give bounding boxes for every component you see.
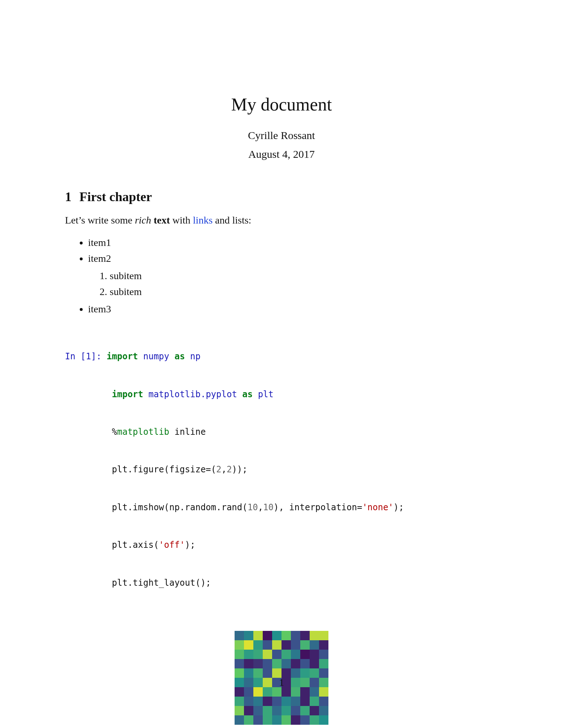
heatmap-cell (244, 687, 253, 697)
heatmap-cell (300, 715, 310, 725)
heatmap-cell (263, 687, 272, 697)
heatmap-cell (272, 659, 282, 668)
heatmap-cell (310, 697, 319, 706)
heatmap-cell (244, 715, 253, 725)
heatmap-cell (235, 706, 244, 715)
heatmap-cell (310, 706, 319, 715)
heatmap-cell (300, 650, 310, 659)
heatmap-cell (300, 687, 310, 697)
heatmap-cell (253, 659, 263, 668)
bullet-list: item1 item2 subitem subitem item3 (88, 235, 498, 317)
heatmap-cell (244, 706, 253, 715)
heatmap-cell (282, 640, 291, 650)
heatmap-cell (291, 640, 300, 650)
text-bold: text (154, 214, 170, 226)
heatmap-cell (319, 687, 328, 697)
heatmap-cell (272, 631, 282, 640)
heatmap-cell (235, 687, 244, 697)
heatmap-cell (291, 697, 300, 706)
heatmap-cell (300, 659, 310, 668)
heatmap-cell (291, 706, 300, 715)
heatmap-cell (253, 650, 263, 659)
intro-paragraph: Let’s write some rich text with links an… (65, 213, 498, 228)
text-link[interactable]: links (193, 214, 213, 226)
heatmap-cell (310, 687, 319, 697)
text-italic: rich (135, 214, 151, 226)
heatmap-cell (282, 697, 291, 706)
heatmap-cell (300, 640, 310, 650)
heatmap-cell (253, 687, 263, 697)
heatmap-cell (282, 706, 291, 715)
heatmap-cell (235, 659, 244, 668)
heatmap-cell (319, 715, 328, 725)
heatmap-cell (272, 715, 282, 725)
heatmap-cell (272, 706, 282, 715)
list-item: item3 (88, 302, 498, 317)
heatmap-cell (291, 659, 300, 668)
heatmap-cell (310, 650, 319, 659)
heatmap-cell (310, 640, 319, 650)
heatmap-cell (244, 659, 253, 668)
heatmap-cell (300, 697, 310, 706)
heatmap-cell (272, 640, 282, 650)
heatmap-cell (319, 631, 328, 640)
heatmap-cell (263, 640, 272, 650)
heatmap-cell (291, 650, 300, 659)
heatmap-cell (300, 706, 310, 715)
list-item: item1 (88, 235, 498, 250)
heatmap-cell (235, 715, 244, 725)
ordered-sublist: subitem subitem (110, 268, 498, 299)
heatmap-cell (319, 659, 328, 668)
document-date: August 4, 2017 (65, 148, 498, 160)
heatmap-cell (291, 715, 300, 725)
heatmap-cell (235, 650, 244, 659)
section-heading: 1First chapter (65, 189, 498, 204)
heatmap-cell (263, 706, 272, 715)
heatmap-cell (253, 715, 263, 725)
heatmap-cell (282, 687, 291, 697)
heatmap-cell (282, 650, 291, 659)
heatmap-cell (272, 650, 282, 659)
heatmap-cell (319, 650, 328, 659)
section-title: First chapter (79, 190, 152, 204)
heatmap-cell (253, 697, 263, 706)
heatmap-cell (244, 697, 253, 706)
heatmap-cell (244, 631, 253, 640)
heatmap-cell (282, 659, 291, 668)
heatmap-cell (272, 687, 282, 697)
heatmap-cell (263, 650, 272, 659)
heatmap-cell (263, 697, 272, 706)
heatmap-cell (319, 706, 328, 715)
heatmap-cell (244, 640, 253, 650)
heatmap-cell (263, 715, 272, 725)
heatmap-cell (253, 706, 263, 715)
heatmap-cell (319, 640, 328, 650)
heatmap-cell (291, 687, 300, 697)
heatmap-cell (310, 659, 319, 668)
section-number: 1 (65, 189, 71, 204)
text-prefix: Let’s write some (65, 214, 135, 226)
heatmap-cell (310, 631, 319, 640)
document-author: Cyrille Rossant (65, 129, 498, 142)
list-item: item2 subitem subitem (88, 251, 498, 299)
document-title: My document (65, 94, 498, 115)
heatmap-cell (291, 631, 300, 640)
heatmap-cell (319, 697, 328, 706)
heatmap-cell (253, 640, 263, 650)
list-item: subitem (110, 284, 498, 299)
heatmap-cell (272, 697, 282, 706)
page: My document Cyrille Rossant August 4, 20… (0, 0, 563, 728)
heatmap-cell (263, 631, 272, 640)
heatmap-cell (282, 715, 291, 725)
heatmap-cell (300, 631, 310, 640)
input-prompt: In [1]: (65, 351, 107, 361)
heatmap-cell (282, 631, 291, 640)
heatmap-cell (253, 631, 263, 640)
heatmap-cell (244, 650, 253, 659)
heatmap-cell (235, 640, 244, 650)
heatmap-cell (263, 659, 272, 668)
heatmap-cell (235, 631, 244, 640)
heatmap-cell (310, 715, 319, 725)
page-number: 1 (0, 677, 563, 688)
heatmap-cell (235, 697, 244, 706)
